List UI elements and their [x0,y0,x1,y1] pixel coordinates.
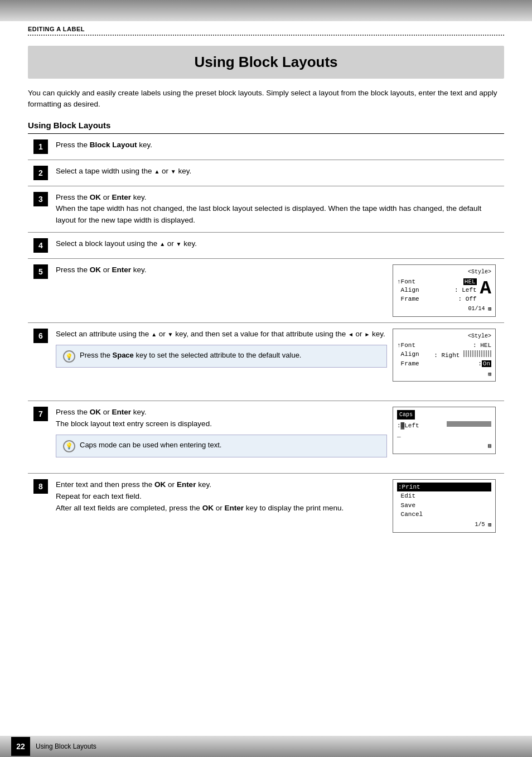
wave-icon-6 [463,350,491,357]
screen-header-6: <Style> [397,332,491,341]
screen-8-print: :Print [397,483,491,492]
step-8-text: Enter text and then press the OK or Ente… [56,479,387,514]
screen-header-5: <Style> [397,268,491,277]
arrow-right-icon-6 [364,330,370,338]
steps-area: 1 Press the Block Layout key. 2 Select a… [28,134,504,544]
step-2-content: Select a tape width using the or key. [51,160,504,186]
screen-mockup-8: :Print Edit Save Cancel 1/5 ▨ [393,479,496,533]
screen-mockup-7: Caps :▓Left _ ▨ [393,407,496,454]
screen-7-row2: _ [397,431,491,440]
screen-row-5-1: ↑Font HEL [397,278,477,286]
step-6-text: Select an attribute using the or key, an… [56,329,387,368]
step-6-screen: <Style> ↑Font : HEL Align : Right [393,329,499,382]
text-blocks-placeholder-7 [447,421,491,427]
step-7-content: Press the OK or Enter key. The block lay… [51,401,504,473]
screen-footer-6: ▨ [397,370,491,379]
page-title: Using Block Layouts [39,54,493,71]
screen-7-row1: :▓Left [397,421,491,431]
tip-text-7: Caps mode can be used when entering text… [80,440,221,451]
screen-row-5-2: Align : Left [397,286,477,295]
arrow-down-icon-6 [168,330,173,338]
step-num-7: 7 [28,401,51,473]
step-row-4: 4 Select a block layout using the or key… [28,233,504,259]
step-8-screen: :Print Edit Save Cancel 1/5 ▨ [393,479,499,533]
section-label: EDITING A LABEL [0,21,532,33]
section-divider [28,35,504,36]
screen-row-5-3: Frame : Off [397,295,477,303]
page-container: EDITING A LABEL Using Block Layouts You … [0,0,532,757]
step-5-inner: Press the OK or Enter key. <Style> ↑Font… [56,264,499,317]
step-7-screen: Caps :▓Left _ ▨ [393,407,499,454]
big-letter-A: A [480,279,491,298]
tip-box-7: 💡 Caps mode can be used when entering te… [56,435,387,457]
screen-body-5: ↑Font HEL Align : Left Frame [397,278,491,303]
step-row-1: 1 Press the Block Layout key. [28,134,504,160]
screen-mockup-5: <Style> ↑Font HEL Align : Lef [393,264,496,317]
screen-mockup-6: <Style> ↑Font : HEL Align : Right [393,329,496,382]
screen-8-edit: Edit [397,491,491,501]
step-4-content: Select a block layout using the or key. [51,233,504,258]
step-3-content: Press the OK or Enter key. When the tape… [51,186,504,233]
screen-7-footer: ▨ [397,442,491,451]
step-5-text: Press the OK or Enter key. [56,264,387,276]
step-row-2: 2 Select a tape width using the or key. [28,160,504,186]
step-num-4: 4 [28,233,51,258]
step-num-2: 2 [28,160,51,186]
step-num-3: 3 [28,186,51,233]
top-banner [0,0,532,21]
step-6-inner: Select an attribute using the or key, an… [56,329,499,382]
step-row-6: 6 Select an attribute using the or key, … [28,323,504,401]
step-row-5: 5 Press the OK or Enter key. <Style> [28,259,504,323]
tip-icon-7: 💡 [63,440,75,452]
step-num-8: 8 [28,474,51,538]
step-5-screen: <Style> ↑Font HEL Align : Lef [393,264,499,317]
step-num-6: 6 [28,323,51,401]
step-7-inner: Press the OK or Enter key. The block lay… [56,407,499,457]
step-row-8: 8 Enter text and then press the OK or En… [28,474,504,544]
screen-8-footer: 1/5 ▨ [397,520,491,529]
step-num-5: 5 [28,259,51,322]
arrow-down-icon [171,167,176,175]
screen-rows-6: ↑Font : HEL Align : Right Frame :On [397,341,491,368]
step-5-content: Press the OK or Enter key. <Style> ↑Font… [51,259,504,322]
screen-8-cancel: Cancel [397,510,491,519]
tip-text-6: Press the Space key to set the selected … [80,350,301,361]
arrow-left-icon-6 [348,330,354,338]
step-8-inner: Enter text and then press the OK or Ente… [56,479,499,533]
arrow-up-icon-4 [159,239,165,248]
tip-icon-6: 💡 [63,350,75,363]
page-number-badge: 22 [11,737,30,756]
screen-rows-5: ↑Font HEL Align : Left Frame [397,278,477,303]
bottom-page-title: Using Block Layouts [36,742,96,750]
step-7-text: Press the OK or Enter key. The block lay… [56,407,387,457]
screen-footer-5: 01/14 ▨ [397,305,491,314]
arrow-down-icon-4 [176,239,182,248]
step-1-content: Press the Block Layout key. [51,134,504,160]
screen-row-6-2: Align : Right [397,350,491,360]
step-6-content: Select an attribute using the or key, an… [51,323,504,401]
sub-heading: Using Block Layouts [28,120,504,134]
intro-paragraph: You can quickly and easily create labels… [28,88,504,110]
screen-7-caps: Caps [397,410,491,422]
bottom-bar: 22 Using Block Layouts [0,736,532,757]
screen-row-6-1: ↑Font : HEL [397,341,491,350]
step-num-1: 1 [28,134,51,160]
screen-row-6-3: Frame :On [397,360,491,368]
step-row-3: 3 Press the OK or Enter key. When the ta… [28,186,504,233]
tip-box-6: 💡 Press the Space key to set the selecte… [56,345,387,368]
step-row-7: 7 Press the OK or Enter key. The block l… [28,401,504,474]
arrow-up-icon-6 [151,330,157,338]
arrow-up-icon [154,167,159,175]
step-8-content: Enter text and then press the OK or Ente… [51,474,504,538]
title-box: Using Block Layouts [28,46,504,79]
screen-8-save: Save [397,501,491,510]
